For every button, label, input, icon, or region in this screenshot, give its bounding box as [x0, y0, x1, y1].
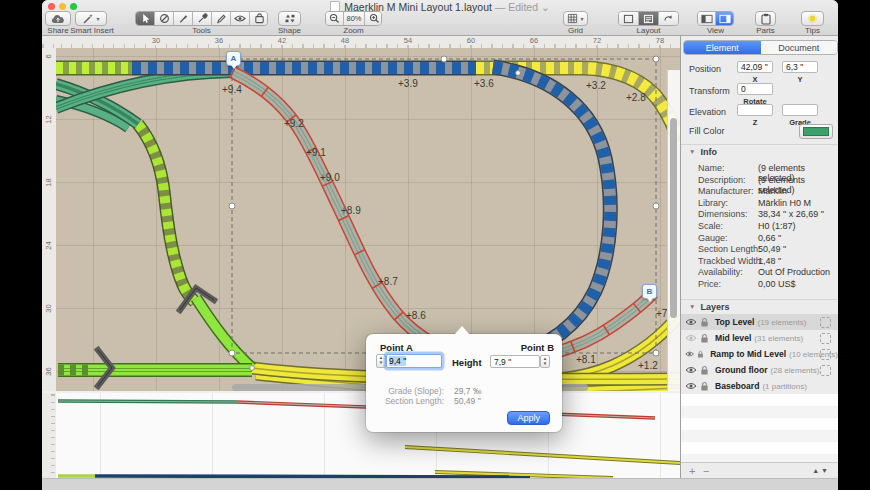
delete-tool-button[interactable] [155, 12, 174, 25]
zoom-in-button[interactable] [365, 12, 382, 25]
picker-tool-button[interactable] [193, 12, 212, 25]
info-value: H0 (1:87) [758, 221, 796, 231]
zoom-level-value[interactable]: 80% [344, 12, 365, 25]
layer-row[interactable]: Baseboard(1 partitions) [681, 378, 838, 394]
share-button[interactable] [45, 11, 71, 26]
layer-row[interactable]: Top Level(19 elements) [681, 314, 838, 330]
track-blue-loop[interactable] [484, 67, 610, 361]
layout-list-button[interactable] [639, 12, 659, 25]
position-x-field[interactable] [737, 61, 773, 73]
left-panel-icon [701, 14, 713, 24]
zoom-segmented-control: 80% [325, 11, 382, 26]
disclosure-triangle-icon[interactable]: ▼ [689, 148, 695, 155]
layer-checkbox[interactable] [820, 317, 831, 328]
tab-document[interactable]: Document [761, 41, 838, 54]
vertical-scroll-thumb[interactable] [670, 118, 677, 318]
position-y-field[interactable] [782, 61, 818, 73]
section-length-value: 50,49 " [454, 396, 481, 406]
fill-color-well[interactable] [799, 124, 833, 139]
lock-icon[interactable] [700, 333, 709, 344]
layout-rotate-button[interactable] [659, 12, 678, 25]
point-a-stepper[interactable]: ▲▼ [376, 354, 386, 368]
eye-icon[interactable] [685, 334, 697, 342]
layers-section-header[interactable]: ▼Layers [689, 302, 729, 312]
layer-name: Mid level [715, 333, 751, 343]
profile-ruler [42, 393, 57, 478]
tab-element[interactable]: Element [684, 41, 761, 54]
rotate-hand-icon [663, 14, 674, 24]
track-green-curves[interactable] [56, 72, 232, 128]
eye-icon[interactable] [685, 382, 697, 390]
layer-count: (19 elements) [757, 318, 806, 327]
elevation-label: +8.9 [341, 205, 361, 216]
layers-toolbar: + − ▲▼ [681, 462, 838, 479]
parts-button[interactable] [755, 11, 776, 26]
endpoint-marker-b[interactable]: B [642, 284, 657, 299]
ruler-number: 30 [44, 302, 53, 316]
elevation-label: Elevation [689, 107, 726, 117]
layer-checkbox[interactable] [820, 333, 831, 344]
eye-icon[interactable] [685, 350, 694, 358]
layer-row[interactable]: Ground floor(28 elements) [681, 362, 838, 378]
track-endpoint-dot[interactable] [250, 366, 255, 371]
point-a-field[interactable]: 9,4 " [386, 354, 442, 368]
selection-handles[interactable] [229, 56, 659, 356]
shape-button[interactable] [278, 11, 301, 26]
canvas-vertical-scrollbar[interactable] [667, 70, 680, 391]
ruler-number: 36 [44, 365, 53, 379]
paint-tool-button[interactable] [174, 12, 193, 25]
lock-icon[interactable] [700, 365, 709, 376]
lock-icon[interactable] [700, 381, 709, 392]
eye-icon[interactable] [685, 366, 697, 374]
info-label: Name: [698, 163, 725, 173]
selection-rectangle[interactable] [229, 56, 659, 356]
point-b-field[interactable]: 7,9 " [490, 355, 540, 368]
point-a-label: Point A [380, 342, 413, 353]
eye-icon[interactable] [685, 318, 697, 326]
endpoint-marker-a[interactable]: A [226, 51, 241, 66]
layout-blank-button[interactable] [619, 12, 639, 25]
info-section-header[interactable]: ▼Info [689, 147, 717, 157]
lock-icon[interactable] [700, 317, 709, 328]
layer-row[interactable]: Ramp to Mid Level(10 elements) [681, 346, 838, 362]
tips-button[interactable] [801, 11, 824, 26]
info-row: Trackbed Width:1,48 " [681, 256, 838, 268]
eyedropper-icon [197, 13, 208, 24]
ruler-number: 42 [276, 36, 288, 45]
magic-wand-icon [82, 13, 94, 24]
track-endpoint-dot[interactable] [516, 71, 521, 76]
track-ramp-striped[interactable] [138, 124, 195, 302]
apply-button[interactable]: Apply [507, 411, 550, 425]
zoom-out-button[interactable] [326, 12, 344, 25]
elevation-label: +9.1 [306, 147, 326, 158]
view-right-sidebar-button[interactable] [716, 12, 734, 25]
view-left-sidebar-button[interactable] [698, 12, 716, 25]
info-label: Availability: [698, 267, 743, 277]
elevation-label: +3.6 [474, 78, 494, 89]
elevation-label: +8.1 [576, 354, 596, 365]
lock-icon[interactable] [697, 349, 704, 360]
draw-tool-button[interactable] [212, 12, 231, 25]
layer-row[interactable]: Mid level(31 elements) [681, 330, 838, 346]
point-b-stepper[interactable]: ▲▼ [540, 355, 550, 368]
add-layer-button[interactable]: + [689, 465, 695, 477]
lightbulb-icon [807, 13, 818, 24]
layer-checkbox[interactable] [820, 349, 831, 360]
layer-checkbox[interactable] [820, 365, 831, 376]
smart-insert-button[interactable]: ▾ [75, 11, 107, 26]
parts-bin-tool-button[interactable] [250, 12, 268, 25]
track-green-siding[interactable] [58, 298, 252, 370]
profile-line-navy[interactable] [95, 476, 530, 477]
disclosure-triangle-icon[interactable]: ▼ [689, 303, 695, 310]
info-label: Dimensions: [698, 209, 748, 219]
profile-line-yellow-1[interactable] [405, 447, 680, 463]
elevation-grade-field[interactable] [782, 104, 818, 116]
sort-arrows-icon[interactable]: ▲▼ [812, 467, 830, 474]
info-value: 1,48 " [758, 256, 781, 266]
grid-button[interactable]: ▾ [563, 11, 588, 26]
remove-layer-button[interactable]: − [703, 465, 709, 477]
elevation-z-field[interactable] [737, 104, 773, 116]
layer-count: (31 elements) [754, 334, 803, 343]
select-tool-button[interactable] [136, 12, 155, 25]
view-tool-button[interactable] [231, 12, 250, 25]
